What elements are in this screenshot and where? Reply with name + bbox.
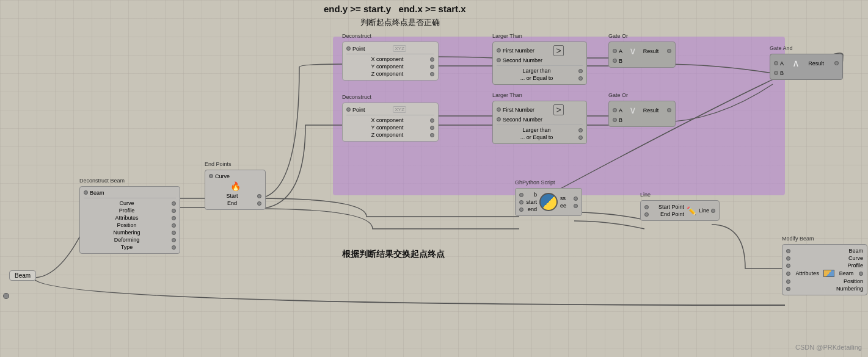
end-points-label: End Points [205,161,232,167]
annotation-formula: end.y >= start.y end.x >= start.x [324,4,466,14]
modify-beam-node[interactable]: Modify Beam Beam Curve Profile Attribute… [782,244,867,295]
deconstruct-beam-label: Deconstruct Beam [79,178,125,184]
deconstruct2-node[interactable]: Deconstruct Point XYZ X component Y comp… [342,103,439,142]
gate-or1-node[interactable]: Gate Or A ∨ Result B [608,41,676,68]
deconstruct1-label: Deconstruct [342,33,371,39]
watermark: CSDN @PRKdetailing [795,344,862,351]
beam-input-port [3,293,9,299]
larger-than1-node[interactable]: Larger Than First Number > Second Number… [492,41,587,85]
larger-than2-label: Larger Than [492,92,522,98]
deconstruct2-label: Deconstruct [342,94,371,100]
gate-and-label: Gate And [770,45,793,51]
annotation-chinese-top: 判断起点终点是否正确 [360,17,440,28]
end-points-node[interactable]: End Points Curve 🔥 Start End [205,170,266,210]
line-node[interactable]: Line Start Point End Point ✏️ Line [640,200,720,221]
modify-beam-label: Modify Beam [782,236,814,242]
line-node-label: Line [640,192,651,198]
annotation-chinese-bottom: 根据判断结果交换起点终点 [342,249,445,260]
gate-or2-node[interactable]: Gate Or A ∨ Result B [608,101,676,127]
deconstruct1-node[interactable]: Deconstruct Point XYZ X component Y comp… [342,41,439,81]
python-script-label: GhPython Script [515,179,555,186]
gate-or2-label: Gate Or [608,92,628,98]
gate-or1-label: Gate Or [608,33,628,39]
beam-input-node: Beam [9,270,36,281]
python-script-node[interactable]: GhPython Script b start end ss ee [515,188,582,216]
deconstruct-beam-node[interactable]: Deconstruct Beam Beam Curve Profile Attr… [79,186,180,254]
larger-than1-label: Larger Than [492,33,522,39]
larger-than2-node[interactable]: Larger Than First Number > Second Number… [492,101,587,144]
gate-and-node[interactable]: Gate And A ∧ Result B [770,54,843,80]
